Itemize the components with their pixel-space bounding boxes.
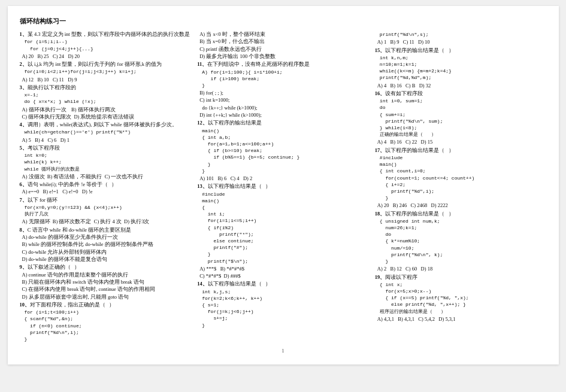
q11-code: A) for(i=1;100;){ i=i*100+i; if (i>100) … — [202, 69, 369, 89]
column-2: A) 当 x<0 时，整个循环结束B) 当 x=0 时，什么也不输出C) pri… — [197, 31, 369, 343]
q11-options: B) for( ; ; );C) int k=1000; do {k++;} w… — [199, 89, 369, 118]
q19-code: { int x; for(x=5;x>0;x--) { if (x==5) pr… — [380, 281, 547, 315]
q10-code: for (i=1;t<100;i++) { scanf("%d",&n); if… — [25, 309, 192, 342]
column-3: printf("%d\n",s); A) 1 B) 9 C) 11 D) 10 … — [375, 31, 547, 343]
q5-code: int k=0; while(k) k++; while 循环执行的次数是 — [25, 152, 192, 172]
q18-options: A) 2 B) 12 C) 60 D) 18 — [377, 265, 547, 272]
question-12: 12、以下程序的输出结果是 main() { int a,b; for(a=1,… — [197, 119, 369, 182]
q12-options: A) 101 B) 6 C) 4 D) 2 — [199, 175, 369, 182]
q2-options: A) 12 B) 10 C) 11 D) 9 — [22, 76, 192, 83]
q9-options: A) continue 语句的作用是结束整个循环的执行B) 只能在循环体内和 s… — [22, 271, 192, 300]
q17-text: 以下程序的输出结果是（ ） — [385, 147, 453, 153]
question-7: 7、以下 for 循环 for(x=0,y=0;(y!=123) && (x<4… — [20, 196, 192, 226]
q7-code: for(x=0,y=0;(y!=123) && (x<4);x++) 执行了几次 — [25, 204, 192, 217]
question-14: 14、以下程序输出结果是（ ） int k,j,s; for(k=2;k<6;k… — [197, 280, 369, 328]
q19-text: 阅读以下程序 — [385, 274, 417, 280]
q16-options: A) 4 B) 16 C) 22 D) 15 — [377, 138, 547, 145]
q17-options: A) 20 B) 246 C) 2468 D) 2222 — [377, 202, 547, 209]
q7-text: 以下 for 循环 — [28, 197, 57, 203]
q4-code: while(ch=getchar()=='e') printf("%*") — [25, 129, 192, 135]
question-15: 15、以下程序的输出结果是（ ） int k,n,m; n=10;m=1;k=1… — [375, 47, 547, 89]
question-4: 4、调用）表明，while(表达式), 则以下 while 循环体被执行多少次。… — [20, 121, 192, 144]
q18-num: 18、 — [375, 211, 386, 217]
q1-code: for (i=5;i;i--) for (j=0;j<4;j++){...} — [25, 38, 192, 51]
q14c-code: printf("%d\n",s); — [380, 31, 547, 38]
question-17: 17、以下程序的输出结果是（ ） #include main() { int c… — [375, 147, 547, 209]
question-13: 13、以下程序输出结果是（ ） #include main() { int i;… — [197, 183, 369, 279]
q12-num: 12、 — [197, 120, 208, 126]
question-18: 18、以下程序的输出结果是（ ） { unsigned int num,k; n… — [375, 210, 547, 273]
question-3: 3、能执行以下程序段的 x=-1; do { x=x*x; } while (!… — [20, 84, 192, 120]
q14-continued: printf("%d\n",s); A) 1 B) 9 C) 11 D) 10 — [375, 31, 547, 46]
q4-num: 4、 — [20, 121, 28, 127]
q5-text: 考以下程序段 — [28, 145, 60, 151]
q16-code: int i=0, sum=1; do { sum+=i; printf("%d\… — [380, 98, 547, 138]
q18-text: 以下程序的输出结果是（ ） — [385, 211, 453, 217]
q19-options: A) 4,3,1 B) 4,3,1 C) 5,4,2 D) 5,3,1 — [377, 315, 547, 323]
columns-container: 1、某 4.3 宏定义为 int 型数，则以下程序段中内循环体的总的执行次数是 … — [20, 31, 547, 343]
q12-text: 以下程序的输出结果是 — [208, 120, 262, 126]
question-9: 9、以下叙述正确的（ ） A) continue 语句的作用是结束整个循环的执行… — [20, 263, 192, 300]
q3-options: A) 循环体执行一次 B) 循环体执行两次C) 循环体执行无限次 D) 系统给提… — [22, 106, 192, 121]
q15-options: A) 4 B) 16 C) B D) 32 — [377, 82, 547, 89]
q6-num: 6、 — [20, 181, 28, 187]
q5-options: A) 没循次 B) 有语法错，不能执行 C) 一次也不执行 — [22, 173, 192, 180]
q14-text: 以下程序输出结果是（ ） — [208, 281, 271, 287]
q3-code: x=-1; do { x=x*x; } while (!x); — [25, 92, 192, 105]
q2-text: 以 i,j,k 均为 int 型量，则以行先于列的 for 循环形,k 的值为 — [28, 61, 162, 67]
q14-num: 14、 — [197, 281, 208, 287]
q17-num: 17、 — [375, 147, 386, 153]
q3-num: 3、 — [20, 84, 28, 90]
q15-code: int k,n,m; n=10;m=1;k=1; while((k<=m) {m… — [380, 54, 547, 81]
q9-text: 以下叙述正确的（ ） — [28, 264, 80, 270]
page-title: 循环结构练习一 — [20, 17, 547, 26]
q15-text: 以下程序的输出结果是（ ） — [385, 47, 453, 53]
q13-code: #include main() { int i; for(i=1;i<=5;i+… — [202, 191, 369, 265]
q7-options: A) 无限循环 B) 循环次数不定 C) 执行 4 次 D) 执行3次 — [22, 218, 192, 225]
question-2: 2、以 i,j,k 均为 int 型量，则以行先于列的 for 循环形,k 的值… — [20, 60, 192, 83]
question-8: 8、C 语言中 while 和 do-while 循环的主要区别是 A) do-… — [20, 226, 192, 263]
question-5: 5、考以下程序段 int k=0; while(k) k++; while 循环… — [20, 144, 192, 180]
column-1: 1、某 4.3 宏定义为 int 型数，则以下程序段中内循环体的总的执行次数是 … — [20, 31, 192, 343]
q2-num: 2、 — [20, 61, 28, 67]
question-10: 10、对下面程序段，指出正确的是（ ） for (i=1;t<100;i++) … — [20, 301, 192, 342]
q6-text: 语句 while(i); 中的条件 !e 等价于（ ） — [28, 181, 117, 187]
q14-code: int k,j,s; for(k=2;k<6;k++, k++) { s=1; … — [202, 288, 369, 329]
q12-code: main() { int a,b; for(a=1,b=1;a<=100;a++… — [202, 127, 369, 174]
question-1: 1、某 4.3 宏定义为 int 型数，则以下程序段中内循环体的总的执行次数是 … — [20, 31, 192, 60]
question-16: 16、设有如下程序段 int i=0, sum=1; do { sum+=i; … — [375, 90, 547, 146]
q3-text: 能执行以下程序段的 — [28, 84, 76, 90]
q19-num: 19、 — [375, 274, 386, 280]
question-11: 11、在下列组说中，没有终止死循环的程序数是 A) for(i=1;100;){… — [197, 60, 369, 118]
q15-num: 15、 — [375, 47, 386, 53]
q10c-options: A) 当 x<0 时，整个循环结束B) 当 x=0 时，什么也不输出C) pri… — [199, 31, 369, 60]
q10-continued: A) 当 x<0 时，整个循环结束B) 当 x=0 时，什么也不输出C) pri… — [197, 31, 369, 60]
q11-num: 11、 — [197, 61, 207, 67]
q9-num: 9、 — [20, 264, 28, 270]
q13-num: 13、 — [197, 183, 208, 189]
q4-options: A) 5 B) 4 C) 6 D) 1 — [22, 136, 192, 144]
q1-text: 某 4.3 宏定义为 int 型数，则以下程序段中内循环体的总的执行次数是 — [28, 31, 190, 37]
q1-options: A) 20 B) 25 C) 24 D) 20 — [22, 53, 192, 60]
q5-num: 5、 — [20, 145, 28, 151]
q2-code: for(i=0;i<2;i++)for(j=i;j<3;j++) k=i+j; — [25, 68, 192, 75]
q16-text: 设有如下程序段 — [385, 90, 423, 96]
q7-num: 7、 — [20, 197, 28, 203]
page: 循环结构练习一 1、某 4.3 宏定义为 int 型数，则以下程序段中内循环体的… — [8, 6, 559, 364]
q10-text: 对下面程序段，指出正确的是（ ） — [30, 302, 114, 308]
question-19: 19、阅读以下程序 { int x; for(x=5;x>0;x--) { if… — [375, 274, 547, 323]
q1-num: 1、 — [20, 31, 28, 37]
page-number: 1 — [20, 348, 547, 354]
q8-options: A) do-while 的循环体至少无条件执行一次B) while 的循环控制条… — [22, 233, 192, 263]
q17-code: #include main() { int count,i=0; for(cou… — [380, 154, 547, 201]
q10-num: 10、 — [20, 302, 31, 308]
q13-text: 以下程序输出结果是（ ） — [208, 183, 271, 189]
q4-text: 调用）表明，while(表达式), 则以下 while 循环体被执行多少次。 — [28, 121, 177, 127]
q11-text: 在下列组说中，没有终止死循环的程序数是 — [207, 61, 310, 67]
q18-code: { unsigned int num,k; num=26;k=1; do { k… — [380, 218, 547, 265]
q6-options: A) e==0 B) e!=1 C) e!=0 D) !e — [22, 188, 192, 195]
q8-num: 8、 — [20, 227, 28, 233]
q13-options: A) ***$ B) *#*#*#$C) *#*#*$ D) ###$ — [199, 265, 369, 280]
q16-num: 16、 — [375, 90, 386, 96]
question-6: 6、语句 while(i); 中的条件 !e 等价于（ ） A) e==0 B)… — [20, 181, 192, 196]
